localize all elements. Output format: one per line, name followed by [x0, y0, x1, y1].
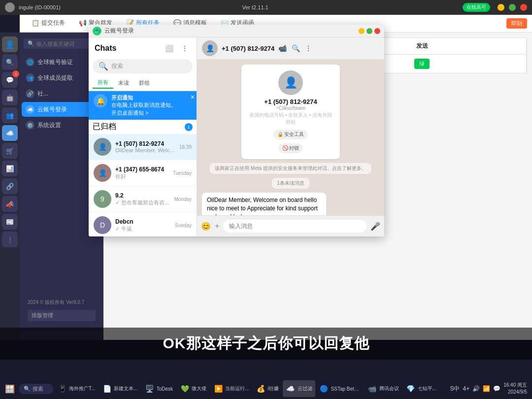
- taskbar-item-7[interactable]: 🔵 SSTap Beta...: [316, 380, 364, 397]
- filter-all[interactable]: 所有: [93, 77, 113, 89]
- sys-icon-s: S中: [450, 385, 460, 393]
- chats-header-icons: ⬜ ⋮: [163, 42, 191, 54]
- more-conv-button[interactable]: ⋮: [305, 44, 312, 52]
- taskbar-icon-8: 📹: [367, 384, 377, 394]
- taskbar-label-5: i狂赚: [267, 385, 278, 392]
- avatar: [5, 2, 15, 12]
- more-options-button[interactable]: ⋮: [179, 42, 191, 54]
- draft-count: 1: [185, 123, 193, 131]
- send-green-button[interactable]: 绿: [414, 59, 430, 69]
- notif-icon: 🔔: [94, 94, 107, 108]
- chat-avatar-3: 9: [94, 190, 111, 208]
- group-send-icon: 📢: [79, 19, 87, 27]
- sidebar-icons: 👤 🔍 💬 3 🤖 👥 ☁️ 🛒 📊 🔗 📣 📰 ⋮: [0, 33, 20, 340]
- block-button[interactable]: 🚫 封锁: [278, 143, 303, 153]
- chat-avatar-4: D: [94, 216, 111, 234]
- taskbar-start[interactable]: 🪟: [2, 380, 18, 397]
- version-label: 2024 © 版权所有 Ver9.0.7: [24, 297, 100, 308]
- taskbar-item-6[interactable]: ☁️ 云过滤: [283, 380, 315, 397]
- filter-unread[interactable]: 未读: [113, 77, 134, 89]
- new-chat-button[interactable]: ⬜: [163, 42, 175, 54]
- emoji-button[interactable]: 😊: [201, 222, 211, 231]
- tab-submit-task[interactable]: 📋 提交任务: [25, 16, 72, 31]
- chat-info-3: 9.2 ✓ 您在客服那边有咨询我们的海外推广这一...: [115, 192, 170, 206]
- taskbar-icon-7: 🔵: [319, 384, 329, 394]
- close-button[interactable]: [520, 4, 527, 11]
- sidebar-icon-drag[interactable]: ⋮: [2, 232, 18, 247]
- sidebar-icon-search[interactable]: 🔍: [2, 54, 18, 70]
- system-message-1: 该商家正在使用 Meta 提供的安全服务来管理此对话。点击了解更多。: [210, 163, 371, 174]
- draft-section[interactable]: 已归档 1: [89, 120, 197, 134]
- sys-icon-4: 4+: [463, 385, 470, 392]
- sidebar-icon-messages[interactable]: 💬 3: [2, 72, 18, 88]
- taskbar-search[interactable]: 🔍 搜索: [19, 384, 53, 394]
- taskbar-item-3[interactable]: 💚 微大佬: [177, 380, 209, 397]
- chat-item-4[interactable]: D Debcn ✓ 牛逼 Sunday: [89, 212, 197, 236]
- subtitle-text: OK那这样子之后你可以回复他: [163, 335, 369, 351]
- contact-actions-2: 🚫 封锁: [247, 143, 334, 153]
- minimize-button[interactable]: [498, 4, 504, 11]
- search-conv-button[interactable]: 🔍: [292, 44, 300, 52]
- chat-name-2: +1 (347) 655-8674: [115, 166, 169, 173]
- sidebar-icon-users[interactable]: 👥: [2, 107, 18, 123]
- taskbar-item-0[interactable]: 📱 海外推广T...: [54, 380, 98, 397]
- attach-button[interactable]: +: [215, 222, 219, 231]
- chat-time-1: 16:39: [179, 144, 192, 150]
- action-button[interactable]: 即刻: [506, 18, 527, 29]
- sys-icon-vol[interactable]: 🔊: [472, 385, 480, 392]
- taskbar-icon-6: ☁️: [286, 384, 296, 394]
- taskbar-item-8[interactable]: 📹 腾讯会议: [365, 380, 402, 397]
- message-input[interactable]: [223, 220, 366, 233]
- sidebar-icon-scrm[interactable]: 📊: [2, 161, 18, 176]
- paiban-button[interactable]: 排版管理: [28, 310, 96, 321]
- wa-minimize-button[interactable]: [359, 28, 365, 34]
- conv-input-area: 😊 + 🎤: [197, 215, 384, 236]
- taskbar-right: S中 4+ 🔊 📶 💬 16:40 周五 2024/9/5: [447, 382, 530, 396]
- window-controls: [495, 4, 527, 11]
- contact-actions: 🔒 安全工具: [247, 130, 334, 139]
- chats-header: Chats ⬜ ⋮: [89, 37, 197, 57]
- security-tool-button[interactable]: 🔒 安全工具: [273, 130, 308, 139]
- sidebar-icon-shop[interactable]: 🛒: [2, 143, 18, 159]
- notif-close-button[interactable]: ×: [191, 93, 195, 101]
- sidebar-icon-avatar[interactable]: 👤: [2, 36, 18, 52]
- wa-maximize-button[interactable]: [366, 28, 372, 34]
- maximize-button[interactable]: [509, 4, 516, 11]
- taskbar-item-9[interactable]: 💎 七钻平...: [403, 380, 439, 397]
- sys-icon-chat[interactable]: 💬: [493, 385, 500, 392]
- search-input[interactable]: [36, 41, 96, 47]
- wa-close-button[interactable]: [374, 28, 380, 34]
- chat-item-1[interactable]: 👤 +1 (507) 812-9274 OilDear Member, Welc…: [89, 134, 197, 160]
- taskbar-item-5[interactable]: 💰 i狂赚: [253, 380, 281, 397]
- taskbar-item-1[interactable]: 📄 新建文本...: [99, 380, 140, 397]
- taskbar-icon-3: 💚: [180, 384, 190, 394]
- contact-avatar-large: 👤: [278, 70, 303, 95]
- taskbar-icon-1: 📄: [102, 384, 112, 394]
- video-call-button[interactable]: 📹: [278, 44, 287, 52]
- filter-groups[interactable]: 群组: [134, 77, 155, 89]
- social-icon: 🔗: [26, 89, 34, 98]
- chat-time-3: Monday: [174, 197, 192, 202]
- taskbar-item-2[interactable]: 🖥️ ToDesk: [142, 380, 176, 397]
- sys-icon-net[interactable]: 📶: [483, 385, 490, 392]
- mic-button[interactable]: 🎤: [370, 222, 380, 231]
- sidebar-search[interactable]: 🔍: [24, 38, 100, 49]
- sidebar-icon-aigc[interactable]: 🤖: [2, 90, 18, 105]
- chat-item-2[interactable]: 👤 +1 (347) 655-8674 你好 Tuesday: [89, 160, 197, 186]
- sidebar-icon-news[interactable]: 📰: [2, 214, 18, 230]
- sidebar-icon-ad[interactable]: 📣: [2, 196, 18, 212]
- sidebar-icon-chain[interactable]: 🔗: [2, 178, 18, 194]
- notif-body: 在电脑上获取新消息通知。开启桌面通知 >: [111, 102, 176, 115]
- taskbar-item-4[interactable]: ▶️ 当前运行...: [210, 380, 252, 397]
- sidebar-icon-cloud[interactable]: ☁️: [2, 125, 18, 141]
- chat-info-4: Debcn ✓ 牛逼: [115, 218, 171, 233]
- chats-search[interactable]: 🔍 搜索: [93, 59, 193, 73]
- wa-body: Chats ⬜ ⋮ 🔍 搜索 所有 未读 群组 🔔 开启通知: [89, 37, 384, 236]
- messages-badge: 3: [12, 70, 19, 77]
- chat-meta-3: Monday: [174, 197, 192, 202]
- title-bar: ingule (ID-00001) Ver t2.11.1 在线高可: [0, 0, 532, 15]
- chat-preview-4: ✓ 牛逼: [115, 225, 171, 233]
- contact-phone: +1 (507) 812-9274: [247, 98, 334, 105]
- chat-item-3[interactable]: 9 9.2 ✓ 您在客服那边有咨询我们的海外推广这一... Monday: [89, 186, 197, 212]
- taskbar-search-icon: 🔍: [24, 386, 31, 392]
